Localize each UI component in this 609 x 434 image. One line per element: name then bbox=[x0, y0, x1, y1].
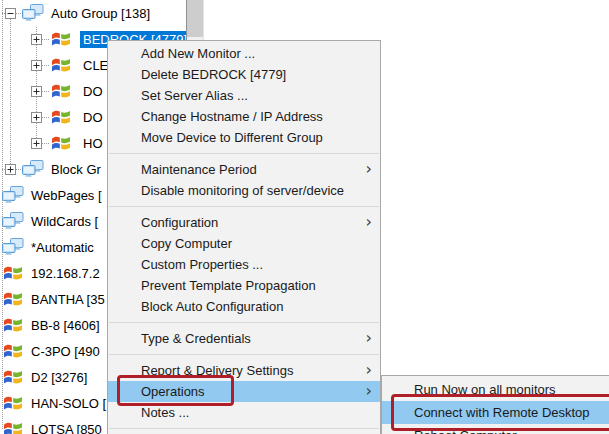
windows-flag-icon bbox=[2, 264, 24, 282]
computer-group-icon bbox=[2, 186, 24, 204]
menu-item-label: Custom Properties ... bbox=[141, 257, 263, 272]
windows-flag-icon bbox=[50, 82, 72, 100]
submenu-item-run-now[interactable]: Run Now on all monitors bbox=[382, 378, 609, 401]
menu-item-move-device[interactable]: Move Device to Different Group bbox=[108, 127, 380, 148]
windows-flag-icon bbox=[50, 134, 72, 152]
expand-expander-icon[interactable] bbox=[31, 138, 42, 149]
menu-item-label: Copy Computer bbox=[141, 236, 232, 251]
tree-row-label[interactable]: BANTHA [35 bbox=[28, 291, 108, 308]
windows-flag-icon bbox=[50, 56, 72, 74]
menu-item-label: Set Server Alias ... bbox=[141, 88, 248, 103]
tree-row-label[interactable]: Auto Group [138] bbox=[48, 5, 153, 22]
menu-item-label: Add New Monitor ... bbox=[141, 46, 255, 61]
menu-item-change-hostname[interactable]: Change Hostname / IP Address bbox=[108, 106, 380, 127]
menu-item-label: Report & Delivery Settings bbox=[141, 363, 293, 378]
menu-item-label: Type & Credentials bbox=[141, 331, 251, 346]
menu-item-label: Change Hostname / IP Address bbox=[141, 109, 323, 124]
menu-item-label: Reboot Computer bbox=[414, 428, 517, 434]
menu-item-notes[interactable]: Notes ... bbox=[108, 402, 380, 423]
tree-row-label[interactable]: *Automatic bbox=[28, 239, 97, 256]
scrollbar-thumb[interactable] bbox=[187, 0, 203, 37]
menu-item-label: Block Auto Configuration bbox=[141, 299, 283, 314]
windows-flag-icon bbox=[2, 368, 24, 386]
windows-flag-icon bbox=[50, 30, 72, 48]
submenu-arrow-icon: › bbox=[366, 362, 372, 380]
tree-row-label[interactable]: WildCards [ bbox=[28, 213, 101, 230]
computer-group-icon bbox=[22, 160, 44, 178]
tree-row-auto-group[interactable]: Auto Group [138] bbox=[0, 0, 186, 26]
tree-row-label[interactable]: DO bbox=[80, 83, 106, 100]
tree-row-label[interactable]: Block Gr bbox=[48, 161, 104, 178]
submenu-arrow-icon: › bbox=[366, 161, 372, 179]
tree-row-label[interactable]: HAN-SOLO [ bbox=[28, 395, 109, 412]
windows-flag-icon bbox=[2, 316, 24, 334]
menu-item-label: Move Device to Different Group bbox=[141, 130, 323, 145]
menu-item-maintenance-period[interactable]: Maintenance Period › bbox=[108, 159, 380, 180]
computer-group-icon bbox=[2, 238, 24, 256]
menu-separator bbox=[108, 201, 380, 212]
expand-expander-icon[interactable] bbox=[31, 60, 42, 71]
windows-flag-icon bbox=[2, 420, 24, 434]
menu-item-label: Run Now on all monitors bbox=[414, 382, 556, 397]
collapse-expander-icon[interactable] bbox=[5, 8, 16, 19]
menu-item-block-auto-configuration[interactable]: Block Auto Configuration bbox=[108, 296, 380, 317]
tree-row-label[interactable]: C-3PO [490 bbox=[28, 343, 103, 360]
expand-expander-icon[interactable] bbox=[31, 112, 42, 123]
menu-item-configuration[interactable]: Configuration › bbox=[108, 212, 380, 233]
submenu-arrow-icon: › bbox=[366, 214, 372, 232]
menu-item-report-delivery-settings[interactable]: Report & Delivery Settings › bbox=[108, 360, 380, 381]
submenu-arrow-icon: › bbox=[366, 383, 372, 401]
computer-group-icon bbox=[2, 212, 24, 230]
menu-item-label: Operations bbox=[141, 384, 205, 399]
submenu-item-reboot-computer[interactable]: Reboot Computer bbox=[382, 424, 609, 434]
windows-flag-icon bbox=[2, 290, 24, 308]
menu-item-label: Connect with Remote Desktop bbox=[414, 405, 590, 420]
tree-row-label[interactable]: WebPages [ bbox=[28, 187, 105, 204]
menu-item-label: Notes ... bbox=[141, 405, 189, 420]
tree-row-label[interactable]: DO bbox=[80, 109, 106, 126]
menu-item-add-new-monitor[interactable]: Add New Monitor ... bbox=[108, 43, 380, 64]
menu-item-type-credentials[interactable]: Type & Credentials › bbox=[108, 328, 380, 349]
menu-item-label: Maintenance Period bbox=[141, 162, 257, 177]
expand-expander-icon[interactable] bbox=[5, 164, 16, 175]
windows-flag-icon bbox=[50, 108, 72, 126]
menu-item-disable-monitoring[interactable]: Disable monitoring of server/device bbox=[108, 180, 380, 201]
tree-row-label[interactable]: D2 [3276] bbox=[28, 369, 90, 386]
menu-item-label: Delete BEDROCK [4779] bbox=[141, 67, 286, 82]
windows-flag-icon bbox=[2, 394, 24, 412]
menu-separator bbox=[108, 317, 380, 328]
expand-expander-icon[interactable] bbox=[31, 86, 42, 97]
menu-item-label: Configuration bbox=[141, 215, 218, 230]
context-menu: Add New Monitor ... Delete BEDROCK [4779… bbox=[107, 40, 381, 434]
menu-separator bbox=[108, 349, 380, 360]
app-window: Auto Group [138] BEDROCK [4779] CLE DO D… bbox=[0, 0, 609, 434]
operations-submenu: Run Now on all monitors Connect with Rem… bbox=[381, 375, 609, 434]
menu-separator bbox=[108, 148, 380, 159]
computer-group-icon bbox=[22, 4, 44, 22]
tree-row-label[interactable]: 192.168.7.2 bbox=[28, 265, 103, 282]
tree-row-label[interactable]: LOTSA [850 bbox=[28, 421, 105, 434]
submenu-arrow-icon: › bbox=[366, 330, 372, 348]
tree-row-label[interactable]: BB-8 [4606] bbox=[28, 317, 103, 334]
submenu-item-connect-remote-desktop[interactable]: Connect with Remote Desktop bbox=[382, 401, 609, 424]
menu-item-set-server-alias[interactable]: Set Server Alias ... bbox=[108, 85, 380, 106]
tree-row-label[interactable]: HO bbox=[80, 135, 106, 152]
menu-item-label: Disable monitoring of server/device bbox=[141, 183, 344, 198]
menu-item-label: Prevent Template Propagation bbox=[141, 278, 316, 293]
menu-item-operations[interactable]: Operations › bbox=[108, 381, 380, 402]
expand-expander-icon[interactable] bbox=[31, 34, 42, 45]
menu-item-custom-properties[interactable]: Custom Properties ... bbox=[108, 254, 380, 275]
menu-item-copy-computer[interactable]: Copy Computer bbox=[108, 233, 380, 254]
menu-item-delete-bedrock[interactable]: Delete BEDROCK [4779] bbox=[108, 64, 380, 85]
menu-item-prevent-template-propagation[interactable]: Prevent Template Propagation bbox=[108, 275, 380, 296]
menu-separator bbox=[108, 423, 380, 434]
windows-flag-icon bbox=[2, 342, 24, 360]
